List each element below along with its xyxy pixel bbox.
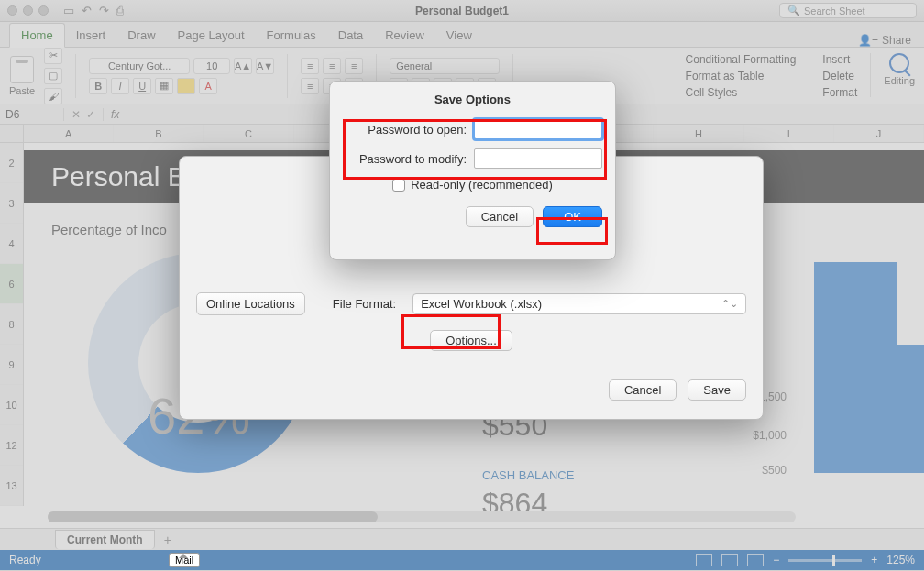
align-middle-icon[interactable]: ≡ [323,58,341,74]
insert-cells-button[interactable]: Insert [822,53,857,66]
cancel-formula-icon[interactable]: ✕ [72,108,81,121]
options-button[interactable]: Options... [430,330,512,351]
cell-styles-button[interactable]: Cell Styles [686,86,797,99]
align-bottom-icon[interactable]: ≡ [345,58,363,74]
zoom-level[interactable]: 125% [886,554,915,566]
col-B[interactable]: B [114,125,204,142]
copy-icon[interactable]: ▢ [44,68,62,84]
tab-data[interactable]: Data [327,24,374,47]
fill-color-button[interactable] [177,78,195,94]
minimize-icon[interactable] [23,5,33,16]
font-size-select[interactable]: 10 [193,58,230,74]
horizontal-scrollbar[interactable] [48,511,796,522]
conditional-formatting-button[interactable]: Conditional Formatting [686,53,797,66]
zoom-out-button[interactable]: − [773,554,779,566]
status-bar: Ready − + 125% [0,550,924,570]
clipboard-icon [10,56,34,83]
align-top-icon[interactable]: ≡ [301,58,319,74]
search-sheet-input[interactable]: 🔍 Search Sheet [779,3,917,18]
row-9[interactable]: 9 [0,345,23,385]
password-modify-input[interactable] [474,148,602,169]
share-button[interactable]: 👤+ Share [858,34,915,47]
file-format-label: File Format: [333,297,396,311]
format-cells-button[interactable]: Format [822,86,857,99]
online-locations-button[interactable]: Online Locations [196,292,305,315]
page-break-view-icon[interactable] [747,554,764,566]
tab-insert[interactable]: Insert [65,24,117,47]
editing-label: Editing [884,75,915,86]
format-as-table-button[interactable]: Format as Table [686,70,797,82]
page-layout-view-icon[interactable] [721,554,738,566]
print-icon[interactable]: ⎙ [116,4,124,17]
file-format-value: Excel Workbook (.xlsx) [421,297,542,311]
decrease-font-icon[interactable]: A▼ [256,58,274,74]
redo-icon[interactable]: ↷ [99,4,109,17]
zoom-slider[interactable] [788,559,862,562]
format-painter-icon[interactable]: 🖌 [44,88,62,104]
add-sheet-button[interactable]: + [164,533,171,547]
find-icon [889,53,909,73]
hscroll-thumb[interactable] [48,511,378,522]
col-A[interactable]: A [24,125,114,142]
tab-page-layout[interactable]: Page Layout [167,24,256,47]
save-dialog-save-button[interactable]: Save [688,379,746,401]
font-color-button[interactable]: A [199,78,217,94]
zoom-icon[interactable] [38,5,49,16]
password-open-input[interactable] [474,119,602,139]
tab-view[interactable]: View [435,24,483,47]
increase-font-icon[interactable]: A▲ [234,58,252,74]
row-13[interactable]: 13 [0,466,23,506]
editing-group[interactable]: Editing [884,53,915,99]
tab-review[interactable]: Review [374,24,435,47]
row-3[interactable]: 3 [0,183,23,224]
share-label: Share [882,34,911,47]
row-12[interactable]: 12 [0,425,23,466]
row-4[interactable]: 4 [0,224,23,264]
paste-button[interactable]: Paste [9,56,35,96]
row-8[interactable]: 8 [0,304,23,345]
axis-1000: $1,000 [753,429,786,442]
font-name-select[interactable]: Century Got... [89,58,190,74]
search-icon: 🔍 [787,5,800,16]
name-box[interactable]: D6 [0,108,64,121]
delete-cells-button[interactable]: Delete [822,70,857,82]
save-icon[interactable]: ▭ [63,4,74,17]
pct-income-label: Percentage of Inco [51,222,167,237]
number-format-select[interactable]: General [390,58,500,74]
readonly-checkbox[interactable] [392,179,405,192]
sheet-tab-bar: Current Month + [0,528,924,550]
align-left-icon[interactable]: ≡ [301,78,319,94]
cut-icon[interactable]: ✂ [44,48,62,64]
sheet-tab-current-month[interactable]: Current Month [55,530,155,549]
close-icon[interactable] [7,5,17,16]
paste-label: Paste [9,85,35,96]
save-dialog-cancel-button[interactable]: Cancel [609,379,676,401]
italic-button[interactable]: I [111,78,129,94]
file-format-select[interactable]: Excel Workbook (.xlsx) ⌃⌄ [412,293,746,314]
row-10[interactable]: 10 [0,385,23,425]
save-options-ok-button[interactable]: OK [543,206,602,227]
tab-draw[interactable]: Draw [116,24,166,47]
bold-button[interactable]: B [89,78,107,94]
fx-label[interactable]: fx [104,108,119,121]
search-placeholder: Search Sheet [804,5,865,16]
status-ready: Ready [9,554,41,566]
col-H[interactable]: H [654,125,743,142]
document-title: Personal Budget1 [415,5,509,17]
col-I[interactable]: I [744,125,834,142]
border-button[interactable]: ▦ [155,78,173,94]
save-options-dialog: Save Options Password to open: Password … [329,81,616,260]
underline-button[interactable]: U [133,78,151,94]
save-options-cancel-button[interactable]: Cancel [466,206,534,227]
tab-formulas[interactable]: Formulas [256,24,327,47]
zoom-in-button[interactable]: + [871,554,877,566]
col-J[interactable]: J [834,125,924,142]
normal-view-icon[interactable] [696,554,712,566]
enter-formula-icon[interactable]: ✓ [86,108,95,121]
window-controls[interactable] [7,5,49,16]
col-C[interactable]: C [204,125,293,142]
tab-home[interactable]: Home [9,23,65,48]
row-6[interactable]: 6 [0,264,23,304]
row-2[interactable]: 2 [0,143,23,183]
undo-icon[interactable]: ↶ [82,4,92,17]
